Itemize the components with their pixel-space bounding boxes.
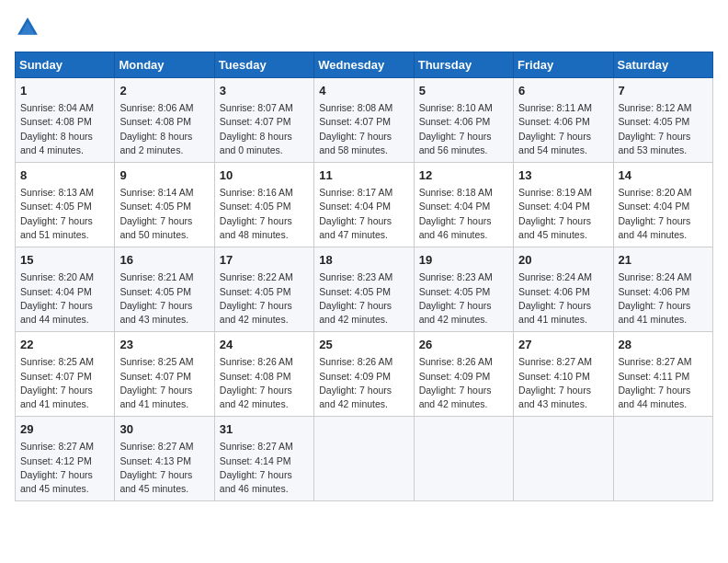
logo-icon bbox=[15, 15, 40, 40]
calendar-cell: 30Sunrise: 8:27 AMSunset: 4:13 PMDayligh… bbox=[115, 417, 214, 501]
day-info: Sunrise: 8:06 AMSunset: 4:08 PMDaylight:… bbox=[119, 101, 209, 157]
logo bbox=[15, 15, 44, 40]
day-number: 7 bbox=[619, 83, 708, 99]
calendar-week-row: 22Sunrise: 8:25 AMSunset: 4:07 PMDayligh… bbox=[16, 332, 713, 417]
calendar-week-row: 8Sunrise: 8:13 AMSunset: 4:05 PMDaylight… bbox=[16, 163, 713, 247]
day-info: Sunrise: 8:12 AMSunset: 4:05 PMDaylight:… bbox=[619, 101, 708, 157]
weekday-header: Saturday bbox=[613, 52, 712, 78]
calendar-week-row: 1Sunrise: 8:04 AMSunset: 4:08 PMDaylight… bbox=[16, 78, 713, 163]
day-number: 12 bbox=[419, 167, 508, 184]
calendar-body: 1Sunrise: 8:04 AMSunset: 4:08 PMDaylight… bbox=[16, 78, 713, 501]
day-info: Sunrise: 8:13 AMSunset: 4:05 PMDaylight:… bbox=[20, 186, 109, 242]
day-number: 4 bbox=[319, 83, 408, 99]
day-number: 11 bbox=[319, 167, 408, 184]
weekday-header: Friday bbox=[514, 52, 613, 78]
calendar-cell: 13Sunrise: 8:19 AMSunset: 4:04 PMDayligh… bbox=[514, 163, 613, 247]
calendar-cell bbox=[414, 417, 513, 501]
calendar-cell: 18Sunrise: 8:23 AMSunset: 4:05 PMDayligh… bbox=[314, 247, 414, 332]
calendar-week-row: 29Sunrise: 8:27 AMSunset: 4:12 PMDayligh… bbox=[16, 417, 713, 501]
day-number: 17 bbox=[220, 252, 309, 269]
calendar-cell: 28Sunrise: 8:27 AMSunset: 4:11 PMDayligh… bbox=[613, 332, 712, 417]
day-info: Sunrise: 8:24 AMSunset: 4:06 PMDaylight:… bbox=[518, 270, 608, 327]
calendar-cell: 26Sunrise: 8:26 AMSunset: 4:09 PMDayligh… bbox=[414, 332, 513, 417]
day-number: 9 bbox=[119, 167, 209, 184]
calendar-cell: 7Sunrise: 8:12 AMSunset: 4:05 PMDaylight… bbox=[613, 78, 712, 163]
calendar-cell: 12Sunrise: 8:18 AMSunset: 4:04 PMDayligh… bbox=[414, 163, 513, 247]
calendar-cell: 8Sunrise: 8:13 AMSunset: 4:05 PMDaylight… bbox=[16, 163, 115, 247]
calendar-cell: 16Sunrise: 8:21 AMSunset: 4:05 PMDayligh… bbox=[115, 247, 214, 332]
day-number: 16 bbox=[119, 252, 209, 269]
day-info: Sunrise: 8:20 AMSunset: 4:04 PMDaylight:… bbox=[619, 186, 708, 242]
day-info: Sunrise: 8:26 AMSunset: 4:09 PMDaylight:… bbox=[419, 355, 508, 411]
day-info: Sunrise: 8:27 AMSunset: 4:12 PMDaylight:… bbox=[20, 440, 109, 496]
day-info: Sunrise: 8:26 AMSunset: 4:09 PMDaylight:… bbox=[319, 355, 408, 411]
calendar-cell: 27Sunrise: 8:27 AMSunset: 4:10 PMDayligh… bbox=[514, 332, 613, 417]
day-info: Sunrise: 8:26 AMSunset: 4:08 PMDaylight:… bbox=[220, 355, 309, 411]
calendar-cell: 21Sunrise: 8:24 AMSunset: 4:06 PMDayligh… bbox=[613, 247, 712, 332]
weekday-header: Sunday bbox=[16, 52, 115, 78]
weekday-header: Wednesday bbox=[314, 52, 414, 78]
calendar-cell: 14Sunrise: 8:20 AMSunset: 4:04 PMDayligh… bbox=[613, 163, 712, 247]
calendar-cell: 17Sunrise: 8:22 AMSunset: 4:05 PMDayligh… bbox=[214, 247, 313, 332]
day-number: 8 bbox=[20, 167, 109, 184]
day-number: 3 bbox=[220, 83, 309, 99]
day-info: Sunrise: 8:04 AMSunset: 4:08 PMDaylight:… bbox=[20, 101, 109, 157]
day-info: Sunrise: 8:10 AMSunset: 4:06 PMDaylight:… bbox=[419, 101, 508, 157]
calendar-cell: 9Sunrise: 8:14 AMSunset: 4:05 PMDaylight… bbox=[115, 163, 214, 247]
day-info: Sunrise: 8:23 AMSunset: 4:05 PMDaylight:… bbox=[419, 270, 508, 327]
day-number: 28 bbox=[619, 337, 708, 353]
day-number: 14 bbox=[619, 167, 708, 184]
day-number: 6 bbox=[518, 83, 608, 99]
calendar-cell: 31Sunrise: 8:27 AMSunset: 4:14 PMDayligh… bbox=[214, 417, 313, 501]
day-info: Sunrise: 8:07 AMSunset: 4:07 PMDaylight:… bbox=[220, 101, 309, 157]
day-number: 13 bbox=[518, 167, 608, 184]
calendar-table: SundayMondayTuesdayWednesdayThursdayFrid… bbox=[15, 52, 713, 501]
day-number: 21 bbox=[619, 252, 708, 269]
calendar-cell: 15Sunrise: 8:20 AMSunset: 4:04 PMDayligh… bbox=[16, 247, 115, 332]
day-number: 24 bbox=[220, 337, 309, 353]
day-number: 18 bbox=[319, 252, 408, 269]
day-number: 2 bbox=[119, 83, 209, 99]
day-number: 22 bbox=[20, 337, 109, 353]
day-info: Sunrise: 8:25 AMSunset: 4:07 PMDaylight:… bbox=[119, 355, 209, 411]
calendar-cell: 6Sunrise: 8:11 AMSunset: 4:06 PMDaylight… bbox=[514, 78, 613, 163]
weekday-header: Thursday bbox=[414, 52, 513, 78]
day-info: Sunrise: 8:11 AMSunset: 4:06 PMDaylight:… bbox=[518, 101, 608, 157]
calendar-cell: 23Sunrise: 8:25 AMSunset: 4:07 PMDayligh… bbox=[115, 332, 214, 417]
day-number: 25 bbox=[319, 337, 408, 353]
calendar-cell: 29Sunrise: 8:27 AMSunset: 4:12 PMDayligh… bbox=[16, 417, 115, 501]
day-number: 5 bbox=[419, 83, 508, 99]
day-info: Sunrise: 8:21 AMSunset: 4:05 PMDaylight:… bbox=[119, 270, 209, 327]
weekday-header: Monday bbox=[115, 52, 214, 78]
weekday-header-row: SundayMondayTuesdayWednesdayThursdayFrid… bbox=[16, 52, 713, 78]
day-number: 31 bbox=[220, 421, 309, 438]
day-info: Sunrise: 8:27 AMSunset: 4:11 PMDaylight:… bbox=[619, 355, 708, 411]
day-info: Sunrise: 8:27 AMSunset: 4:13 PMDaylight:… bbox=[119, 440, 209, 496]
day-number: 20 bbox=[518, 252, 608, 269]
calendar-cell: 20Sunrise: 8:24 AMSunset: 4:06 PMDayligh… bbox=[514, 247, 613, 332]
day-number: 15 bbox=[20, 252, 109, 269]
calendar-cell bbox=[514, 417, 613, 501]
calendar-week-row: 15Sunrise: 8:20 AMSunset: 4:04 PMDayligh… bbox=[16, 247, 713, 332]
page-header bbox=[15, 15, 713, 40]
calendar-cell: 25Sunrise: 8:26 AMSunset: 4:09 PMDayligh… bbox=[314, 332, 414, 417]
day-number: 29 bbox=[20, 421, 109, 438]
day-info: Sunrise: 8:23 AMSunset: 4:05 PMDaylight:… bbox=[319, 270, 408, 327]
day-info: Sunrise: 8:17 AMSunset: 4:04 PMDaylight:… bbox=[319, 186, 408, 242]
calendar-cell: 3Sunrise: 8:07 AMSunset: 4:07 PMDaylight… bbox=[214, 78, 313, 163]
day-number: 27 bbox=[518, 337, 608, 353]
calendar-cell: 4Sunrise: 8:08 AMSunset: 4:07 PMDaylight… bbox=[314, 78, 414, 163]
day-info: Sunrise: 8:27 AMSunset: 4:10 PMDaylight:… bbox=[518, 355, 608, 411]
day-info: Sunrise: 8:25 AMSunset: 4:07 PMDaylight:… bbox=[20, 355, 109, 411]
day-number: 10 bbox=[220, 167, 309, 184]
weekday-header: Tuesday bbox=[214, 52, 313, 78]
day-number: 1 bbox=[20, 83, 109, 99]
calendar-cell: 2Sunrise: 8:06 AMSunset: 4:08 PMDaylight… bbox=[115, 78, 214, 163]
day-info: Sunrise: 8:08 AMSunset: 4:07 PMDaylight:… bbox=[319, 101, 408, 157]
calendar-cell: 19Sunrise: 8:23 AMSunset: 4:05 PMDayligh… bbox=[414, 247, 513, 332]
calendar-cell: 24Sunrise: 8:26 AMSunset: 4:08 PMDayligh… bbox=[214, 332, 313, 417]
calendar-cell: 10Sunrise: 8:16 AMSunset: 4:05 PMDayligh… bbox=[214, 163, 313, 247]
day-number: 30 bbox=[119, 421, 209, 438]
day-info: Sunrise: 8:19 AMSunset: 4:04 PMDaylight:… bbox=[518, 186, 608, 242]
day-number: 23 bbox=[119, 337, 209, 353]
